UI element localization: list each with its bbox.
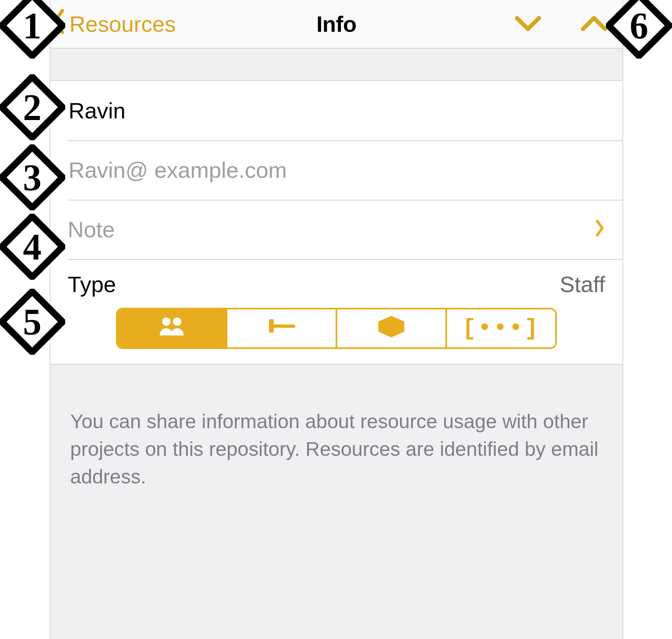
svg-marker-4 <box>378 316 404 338</box>
type-segment-more[interactable]: [•••] <box>445 309 555 347</box>
type-segment-box[interactable] <box>336 309 445 347</box>
type-row: Type Staff <box>68 271 605 297</box>
email-input[interactable] <box>68 157 605 183</box>
navbar: Resources Info <box>50 0 622 49</box>
prev-item-button[interactable] <box>580 11 608 37</box>
spacer-strip <box>50 49 622 81</box>
type-label: Type <box>68 271 116 297</box>
nav-arrows <box>513 11 614 37</box>
type-segment-group[interactable] <box>118 309 226 347</box>
name-cell[interactable] <box>50 81 622 140</box>
screen: Resources Info Note <box>50 0 623 639</box>
type-segmented-control: [•••] <box>116 308 557 349</box>
email-cell[interactable] <box>50 140 622 200</box>
chevron-up-icon <box>580 12 608 36</box>
name-input[interactable] <box>68 97 605 124</box>
box-icon <box>377 314 406 343</box>
chevron-down-icon <box>513 12 542 36</box>
note-cell[interactable]: Note <box>50 200 622 259</box>
type-cell: Type Staff <box>50 259 622 365</box>
footer-help-text: You can share information about resource… <box>50 365 622 491</box>
back-label: Resources <box>69 11 176 37</box>
type-segment-gavel[interactable] <box>226 309 336 347</box>
svg-rect-3 <box>273 325 295 328</box>
chevron-left-icon <box>52 9 66 39</box>
more-icon: [•••] <box>462 315 540 342</box>
svg-point-0 <box>162 318 170 326</box>
svg-point-1 <box>173 318 181 326</box>
group-icon <box>157 314 186 343</box>
next-item-button[interactable] <box>513 11 542 37</box>
gavel-icon <box>267 314 296 343</box>
note-placeholder: Note <box>68 217 115 242</box>
chevron-right-icon <box>594 217 605 242</box>
type-value: Staff <box>560 271 605 297</box>
back-button[interactable]: Resources <box>52 9 176 39</box>
